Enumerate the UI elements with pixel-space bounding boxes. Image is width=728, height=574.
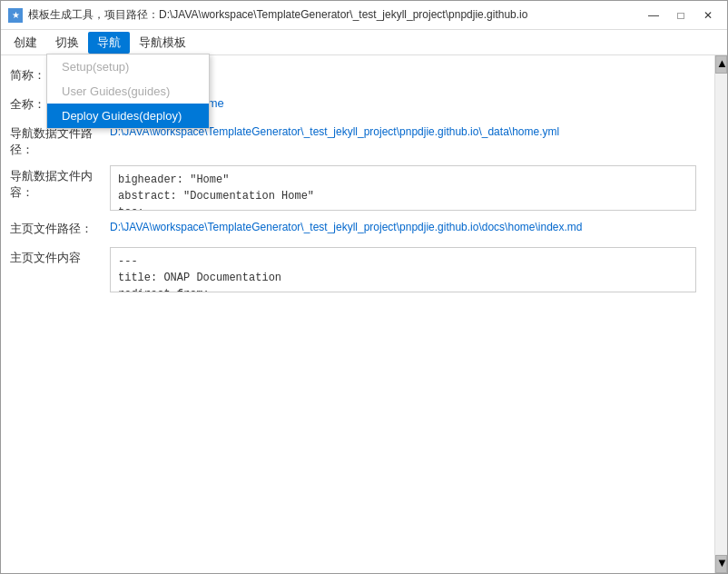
window-controls: — □ ✕ [642, 6, 720, 25]
scrollbar-up-arrow[interactable]: ▲ [715, 55, 727, 74]
main-window: ★ 模板生成工具，项目路径：D:\JAVA\workspace\Template… [0, 0, 728, 574]
main-file-content-row: 主页文件内容 --- title: ONAP Documentation red… [10, 247, 696, 292]
nav-data-content-textarea[interactable]: bigheader: "Home" abstract: "Documentati… [110, 165, 696, 211]
nav-data-content-row: 导航数据文件内容： bigheader: "Home" abstract: "D… [10, 165, 696, 211]
main-file-path-label: 主页文件路径： [10, 218, 110, 237]
close-button[interactable]: ✕ [696, 6, 720, 25]
content-area: 简称： home 全称： Documentation Home 导航数据文件路径… [1, 55, 727, 573]
nav-dropdown-menu: Setup(setup) User Guides(guides) Deploy … [46, 54, 210, 129]
main-file-content-textarea[interactable]: --- title: ONAP Documentation redirect_f… [110, 247, 696, 292]
maximize-button[interactable]: □ [669, 6, 693, 25]
window-title: 模板生成工具，项目路径：D:\JAVA\workspace\TemplateGe… [28, 7, 527, 23]
main-file-content-label: 主页文件内容 [10, 247, 110, 266]
main-file-textarea-container: --- title: ONAP Documentation redirect_f… [110, 247, 696, 292]
main-file-path-value: D:\JAVA\workspace\TemplateGenerator\_tes… [110, 218, 696, 233]
nav-data-content-label: 导航数据文件内容： [10, 165, 110, 201]
menu-bar: 创建 切换 导航 导航模板 Setup(setup) User Guides(g… [1, 30, 727, 55]
scrollbar-down-arrow[interactable]: ▼ [715, 555, 727, 573]
menu-create[interactable]: 创建 [5, 32, 46, 54]
scrollbar-track [715, 74, 727, 555]
dropdown-deploy-guides[interactable]: Deploy Guides(deploy) [47, 104, 209, 128]
dropdown-setup[interactable]: Setup(setup) [47, 54, 209, 79]
menu-switch[interactable]: 切换 [46, 32, 88, 54]
dropdown-user-guides[interactable]: User Guides(guides) [47, 79, 209, 104]
main-file-path-row: 主页文件路径： D:\JAVA\workspace\TemplateGenera… [10, 218, 696, 240]
title-bar: ★ 模板生成工具，项目路径：D:\JAVA\workspace\Template… [1, 1, 727, 30]
title-bar-left: ★ 模板生成工具，项目路径：D:\JAVA\workspace\Template… [8, 7, 527, 23]
menu-nav-template[interactable]: 导航模板 [130, 32, 195, 54]
form-panel: 简称： home 全称： Documentation Home 导航数据文件路径… [1, 55, 714, 573]
main-scrollbar[interactable]: ▲ ▼ [714, 55, 727, 573]
nav-data-textarea-container: bigheader: "Home" abstract: "Documentati… [110, 165, 696, 211]
minimize-button[interactable]: — [642, 6, 665, 25]
app-icon: ★ [8, 8, 23, 23]
menu-nav[interactable]: 导航 [88, 32, 130, 54]
